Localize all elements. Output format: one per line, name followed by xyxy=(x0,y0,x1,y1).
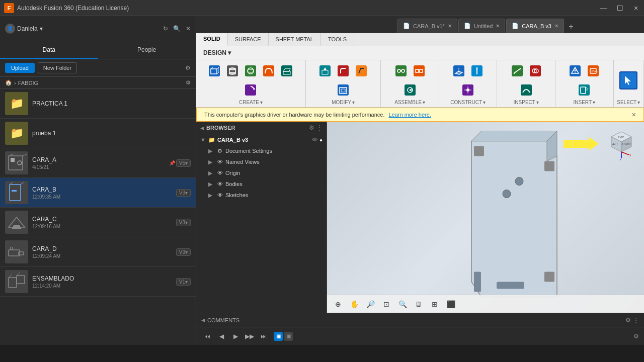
close-button[interactable]: × xyxy=(628,0,644,16)
navigation-cube[interactable]: TOP LEFT FRONT Y X xyxy=(604,127,639,162)
insert-group-label[interactable]: INSERT▾ xyxy=(574,100,596,105)
toolbar-tab-tools[interactable]: TOOLS xyxy=(321,33,354,46)
view-cube-button[interactable]: ⬛ xyxy=(444,297,458,311)
assemble-drive-button[interactable] xyxy=(402,82,418,98)
display-button[interactable]: 🖥 xyxy=(412,297,426,311)
insert-dxf-button[interactable] xyxy=(576,82,592,98)
version-badge[interactable]: V3▾ xyxy=(176,219,191,226)
go-to-end-button[interactable]: ⏭ xyxy=(258,330,270,342)
modify-shell-button[interactable] xyxy=(335,82,351,98)
modify-press-pull-button[interactable] xyxy=(317,63,333,79)
list-item[interactable]: CARA_A 4/15/21 📌 V5▾ xyxy=(0,148,196,178)
comments-settings-icon[interactable]: ⚙ xyxy=(625,317,631,324)
new-folder-button[interactable]: New Folder xyxy=(38,62,77,73)
version-badge[interactable]: V3▾ xyxy=(176,248,191,256)
list-item[interactable]: 📁 prueba 1 xyxy=(0,119,196,148)
design-dropdown[interactable]: DESIGN ▾ xyxy=(200,48,234,57)
create-box-button[interactable] xyxy=(206,63,222,79)
construct-plane-button[interactable] xyxy=(451,63,467,79)
comments-collapse-button[interactable]: ◀ xyxy=(201,317,205,323)
create-group-label[interactable]: CREATE▾ xyxy=(239,100,263,105)
refresh-icon[interactable]: ↻ xyxy=(163,25,168,32)
browser-collapse-button[interactable]: ◀ xyxy=(200,125,204,131)
grid-button[interactable]: ⊞ xyxy=(428,297,442,311)
list-item[interactable]: 📁 PRACTICA 1 xyxy=(0,89,196,119)
breadcrumb-current[interactable]: FABDIG xyxy=(18,80,38,86)
pan-button[interactable]: ✋ xyxy=(347,297,361,311)
tab-people[interactable]: People xyxy=(98,41,196,59)
browser-item-named-views[interactable]: ▶ 👁 Named Views xyxy=(196,156,327,167)
construct-group-label[interactable]: CONSTRUCT▾ xyxy=(450,100,486,105)
browser-item-document-settings[interactable]: ▶ ⚙ Document Settings xyxy=(196,145,327,156)
assemble-joint-button[interactable] xyxy=(393,63,409,79)
warning-link[interactable]: Learn more here. xyxy=(389,112,431,118)
construct-point-button[interactable] xyxy=(460,82,476,98)
upload-button[interactable]: Upload xyxy=(5,63,35,73)
insert-svg-button[interactable]: SVG xyxy=(585,63,601,79)
orbit-button[interactable]: ⊕ xyxy=(331,297,345,311)
list-item[interactable]: CARA_C 12:09:16 AM V3▾ xyxy=(0,208,196,237)
timeline-frame-button[interactable]: ▣ xyxy=(274,332,283,341)
inspect-curvature-button[interactable] xyxy=(518,82,534,98)
fit-button[interactable]: ⊡ xyxy=(379,297,393,311)
panel-close-icon[interactable]: ✕ xyxy=(186,25,191,32)
settings-icon[interactable]: ⚙ xyxy=(185,64,191,71)
breadcrumb-settings[interactable]: ⚙ xyxy=(186,79,191,86)
modify-group-label[interactable]: MODIFY▾ xyxy=(332,100,355,105)
tab-data[interactable]: Data xyxy=(0,41,98,59)
toolbar-tab-sheetmetal[interactable]: SHEET METAL xyxy=(269,33,321,46)
version-badge[interactable]: V1▾ xyxy=(176,278,191,286)
zoom-button[interactable]: 🔎 xyxy=(363,297,377,311)
list-item[interactable]: CARA_B 12:09:35 AM V3▾ xyxy=(0,178,196,208)
version-badge[interactable]: V3▾ xyxy=(176,189,191,197)
inspect-measure-button[interactable] xyxy=(509,63,525,79)
browser-item-bodies[interactable]: ▶ 👁 Bodies xyxy=(196,178,327,190)
home-icon[interactable]: 🏠 xyxy=(5,79,12,86)
browser-item-sketches[interactable]: ▶ 👁 Sketches xyxy=(196,190,327,201)
modify-fillet-button[interactable] xyxy=(335,63,351,79)
toolbar-tab-surface[interactable]: SURFACE xyxy=(228,33,269,46)
select-button[interactable] xyxy=(617,69,639,92)
minimize-button[interactable]: — xyxy=(596,0,612,16)
inspect-interference-button[interactable] xyxy=(527,63,543,79)
assemble-group-label[interactable]: ASSEMBLE▾ xyxy=(394,100,425,105)
step-forward-button[interactable]: ▶▶ xyxy=(244,330,256,342)
tab-close-icon[interactable]: ✕ xyxy=(554,23,558,29)
settings-gear-icon[interactable]: ⚙ xyxy=(633,333,639,340)
warning-close-icon[interactable]: × xyxy=(632,111,636,119)
tab-close-icon[interactable]: ✕ xyxy=(448,23,452,29)
inspect-group-label[interactable]: INSPECT▾ xyxy=(514,100,539,105)
zoom-in-button[interactable]: 🔍 xyxy=(395,297,410,311)
assemble-rigid-button[interactable] xyxy=(411,63,427,79)
list-item[interactable]: ENSAMBLADO 12:14:20 AM V1▾ xyxy=(0,267,196,297)
tab-cara-b-v1[interactable]: 📄 CARA_B v1* ✕ xyxy=(397,19,457,33)
play-button[interactable]: ▶ xyxy=(229,330,242,342)
tab-close-icon[interactable]: ✕ xyxy=(496,23,500,29)
create-revolve-button[interactable] xyxy=(243,82,259,98)
toolbar-tab-solid[interactable]: SOLID xyxy=(196,33,228,46)
viewport[interactable]: TOP LEFT FRONT Y X ⚠ ⊕ ✋ � xyxy=(327,122,644,313)
maximize-button[interactable]: ☐ xyxy=(612,0,628,16)
create-cylinder-button[interactable] xyxy=(224,63,240,79)
tab-cara-b-v3[interactable]: 📄 CARA_B v3 ✕ xyxy=(506,19,564,33)
search-icon[interactable]: 🔍 xyxy=(173,25,181,32)
modify-chamfer-button[interactable] xyxy=(353,63,369,79)
create-pipe-button[interactable] xyxy=(261,63,277,79)
visibility-icon[interactable]: 👁 xyxy=(312,137,317,143)
insert-mesh-button[interactable] xyxy=(567,63,583,79)
comments-expand-icon[interactable]: ⋮ xyxy=(633,317,639,324)
list-item[interactable]: CARA_D 12:09:24 AM V3▾ xyxy=(0,237,196,267)
tab-untitled[interactable]: 📄 Untitled ✕ xyxy=(458,19,505,33)
go-to-start-button[interactable]: ⏮ xyxy=(201,330,213,342)
browser-expand-icon[interactable]: ⋮ xyxy=(316,124,323,131)
timeline-frame-button[interactable]: ▣ xyxy=(284,332,293,341)
browser-root-item[interactable]: ▼ 📁 CARA_B v3 👁 ● xyxy=(196,134,327,145)
select-group-label[interactable]: SELECT▾ xyxy=(617,100,640,105)
create-extrude-button[interactable] xyxy=(279,63,295,79)
step-back-button[interactable]: ◀ xyxy=(215,330,227,342)
browser-item-origin[interactable]: ▶ 👁 Origin xyxy=(196,167,327,178)
construct-axis-button[interactable] xyxy=(469,63,485,79)
user-button[interactable]: 👤 Daniela ▾ xyxy=(5,24,43,34)
browser-settings-icon[interactable]: ⚙ xyxy=(309,124,314,131)
version-badge[interactable]: V5▾ xyxy=(176,159,191,167)
